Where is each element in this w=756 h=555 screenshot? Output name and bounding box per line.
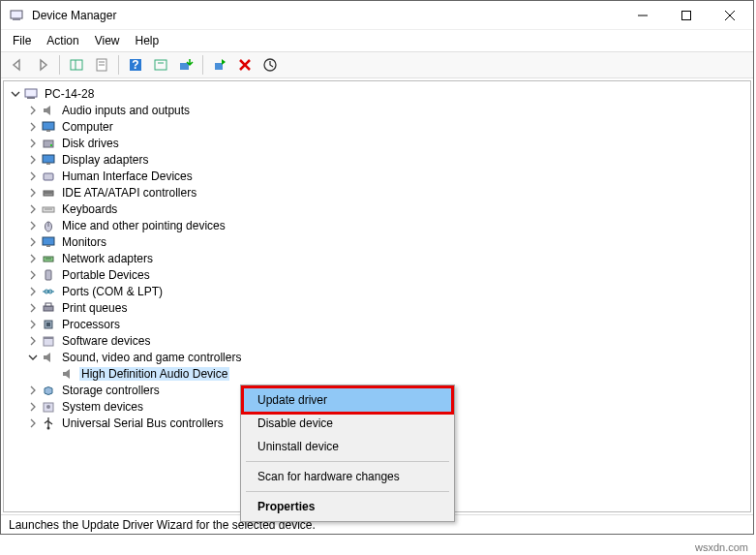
svg-rect-39: [45, 270, 51, 280]
chevron-right-icon[interactable]: [25, 218, 41, 233]
svg-rect-23: [46, 130, 50, 132]
update-driver-button[interactable]: [175, 54, 197, 76]
toolbar-separator: [59, 55, 60, 75]
svg-rect-20: [25, 89, 37, 97]
chevron-right-icon[interactable]: [25, 416, 41, 431]
chevron-right-icon[interactable]: [25, 103, 41, 118]
scan-hardware-button[interactable]: [150, 54, 171, 76]
chevron-right-icon[interactable]: [25, 399, 41, 415]
tree-category[interactable]: Audio inputs and outputs: [6, 102, 748, 118]
svg-point-50: [46, 405, 50, 409]
show-hide-console-button[interactable]: [66, 54, 87, 76]
chevron-right-icon[interactable]: [25, 185, 41, 200]
svg-rect-24: [44, 140, 53, 147]
tree-category[interactable]: Human Interface Devices: [6, 168, 748, 184]
disable-device-button[interactable]: [259, 54, 281, 76]
tree-category[interactable]: Network adapters: [6, 250, 748, 266]
chevron-right-icon[interactable]: [25, 251, 41, 266]
chevron-right-icon[interactable]: [25, 136, 41, 151]
watermark: wsxdn.com: [695, 541, 748, 553]
menu-file[interactable]: File: [7, 32, 37, 49]
tree-category-label: Sound, video and game controllers: [60, 351, 243, 364]
context-disable-device[interactable]: Disable device: [244, 412, 451, 435]
tree-category[interactable]: Monitors: [6, 233, 748, 250]
chevron-right-icon[interactable]: [25, 300, 41, 316]
tree-category-label: Human Interface Devices: [60, 170, 195, 183]
tree-category[interactable]: Portable Devices: [6, 266, 748, 283]
tree-category[interactable]: Ports (COM & LPT): [6, 283, 748, 299]
chevron-right-icon[interactable]: [25, 119, 41, 135]
tree-category-label: Ports (COM & LPT): [60, 285, 165, 298]
category-icon: [41, 284, 56, 299]
category-icon: [41, 119, 56, 135]
tree-device[interactable]: High Definition Audio Device: [6, 365, 748, 382]
tree-root[interactable]: PC-14-28: [6, 85, 748, 102]
context-uninstall-device[interactable]: Uninstall device: [244, 435, 451, 458]
tree-category-label: Disk drives: [60, 137, 121, 150]
context-update-driver[interactable]: Update driver: [244, 388, 451, 412]
category-icon: [41, 251, 56, 266]
uninstall-button[interactable]: [234, 54, 256, 76]
properties-button[interactable]: [91, 54, 112, 76]
svg-rect-26: [43, 155, 54, 163]
tree-category[interactable]: Mice and other pointing devices: [6, 217, 748, 233]
svg-rect-6: [71, 60, 82, 70]
context-properties[interactable]: Properties: [244, 495, 451, 518]
tree-category-label: IDE ATA/ATAPI controllers: [60, 186, 198, 200]
tree-category[interactable]: Display adapters: [6, 151, 748, 168]
chevron-right-icon[interactable]: [25, 201, 41, 217]
tree-category-label: Keyboards: [60, 202, 119, 216]
chevron-right-icon[interactable]: [25, 267, 41, 283]
tree-category[interactable]: Computer: [6, 118, 748, 135]
svg-rect-43: [44, 306, 53, 311]
tree-category[interactable]: Keyboards: [6, 200, 748, 217]
menu-action[interactable]: Action: [41, 32, 84, 49]
menubar: File Action View Help: [1, 30, 753, 51]
tree-category[interactable]: Sound, video and game controllers: [6, 349, 748, 365]
category-icon: [41, 383, 56, 398]
tree-root-label: PC-14-28: [43, 87, 96, 101]
svg-rect-35: [43, 237, 54, 245]
chevron-right-icon[interactable]: [25, 284, 41, 299]
chevron-right-icon[interactable]: [25, 234, 41, 250]
tree-category-label: Software devices: [60, 334, 152, 348]
forward-button[interactable]: [32, 54, 53, 76]
context-scan-hardware[interactable]: Scan for hardware changes: [244, 465, 451, 488]
back-button[interactable]: [7, 54, 28, 76]
chevron-right-icon[interactable]: [25, 152, 41, 168]
chevron-down-icon[interactable]: [8, 86, 23, 102]
menu-help[interactable]: Help: [130, 32, 166, 49]
chevron-right-icon[interactable]: [25, 333, 41, 349]
chevron-right-icon[interactable]: [25, 383, 41, 398]
category-icon: [41, 218, 56, 233]
chevron-right-icon[interactable]: [25, 169, 41, 184]
chevron-down-icon[interactable]: [25, 350, 41, 365]
app-icon: [9, 8, 24, 23]
tree-category[interactable]: Processors: [6, 316, 748, 332]
tree-category-label: Print queues: [60, 301, 129, 315]
tree-category-label: Computer: [60, 120, 115, 134]
minimize-button[interactable]: [620, 2, 664, 29]
chevron-right-icon[interactable]: [25, 317, 41, 332]
close-button[interactable]: [708, 2, 751, 29]
menu-view[interactable]: View: [89, 32, 126, 49]
toolbar-separator: [118, 55, 119, 75]
category-icon: [41, 333, 56, 349]
tree-category[interactable]: IDE ATA/ATAPI controllers: [6, 184, 748, 200]
tree-category[interactable]: Software devices: [6, 332, 748, 349]
maximize-button[interactable]: [664, 2, 708, 29]
svg-rect-13: [155, 60, 166, 70]
help-button[interactable]: ?: [125, 54, 146, 76]
titlebar: Device Manager: [1, 1, 753, 30]
svg-rect-0: [11, 11, 22, 18]
tree-category[interactable]: Disk drives: [6, 135, 748, 151]
category-icon: [41, 103, 56, 118]
svg-rect-22: [43, 122, 54, 130]
category-icon: [41, 185, 56, 200]
svg-rect-15: [180, 63, 189, 70]
tree-category-label: Mice and other pointing devices: [60, 219, 227, 232]
category-icon: [41, 201, 56, 217]
tree-category[interactable]: Print queues: [6, 299, 748, 316]
enable-device-button[interactable]: [209, 54, 230, 76]
svg-text:?: ?: [132, 58, 138, 72]
